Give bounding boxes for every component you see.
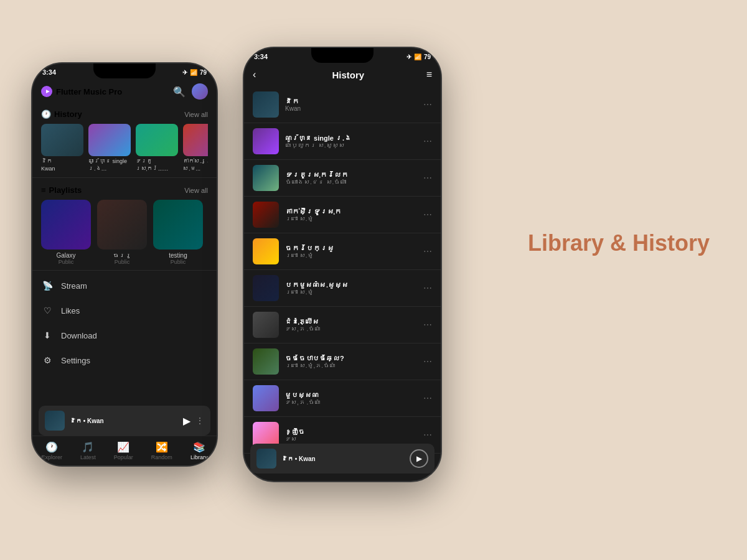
playlists-view-all[interactable]: View all	[184, 187, 208, 194]
airplane-icon: ✈	[182, 69, 187, 76]
song-artist-9: ទេស,ភ .ចំណំ	[285, 399, 417, 406]
mini-more-button[interactable]: ⋮	[195, 416, 204, 426]
stream-icon: 📡	[41, 279, 54, 292]
latest-icon: 🎵	[82, 441, 94, 453]
mini-player-right[interactable]: និក • Kwan ▶	[250, 444, 435, 474]
more-icon-1[interactable]: ⋯	[423, 100, 432, 110]
more-icon-8[interactable]: ⋯	[423, 357, 432, 366]
song-info-9: មួបស្សណ ទេស,ភ .ចំណំ	[285, 391, 417, 406]
table-row[interactable]: ចែករំបែកស្រូ ព្រោះ ស.ម៉ូ ⋯	[244, 233, 441, 270]
song-thumb-2	[253, 128, 279, 154]
nav-library[interactable]: 📚 Library	[190, 441, 208, 460]
song-artist-7: ទេស,ភ .ចំណំ	[285, 325, 417, 332]
mini-player-info-r: និក • Kwan	[281, 455, 405, 462]
download-menu-item[interactable]: ⬇ Download	[32, 323, 217, 348]
mini-player-title: និក • Kwan	[70, 418, 178, 424]
more-icon-2[interactable]: ⋯	[423, 136, 432, 146]
nav-explorer[interactable]: 🕐 Explorer	[42, 441, 63, 460]
more-icon-4[interactable]: ⋯	[423, 210, 432, 220]
wifi-icon: 📶	[190, 69, 197, 76]
history-title-4: តាក់ស... ព្រោះ ស.ម...	[183, 158, 208, 172]
history-title-3: ទេរតូស្រុករំ...ចំណាង...	[136, 158, 178, 172]
song-title-6: បែកមួសណំស.សូស្ស	[285, 281, 417, 289]
avatar[interactable]	[192, 83, 208, 100]
history-title-1: និកKwan	[41, 158, 83, 172]
nav-popular[interactable]: 📈 Popular	[114, 441, 133, 460]
list-item[interactable]: Galaxy Public	[41, 200, 91, 265]
mini-play-button[interactable]: ▶	[183, 415, 190, 427]
song-artist-10: ទេស	[285, 436, 417, 442]
list-item[interactable]: និកKwan	[41, 124, 83, 172]
playlist-name-1: Galaxy	[41, 252, 91, 259]
more-icon-9[interactable]: ⋯	[423, 393, 432, 403]
stream-menu-item[interactable]: 📡 Stream	[32, 273, 217, 298]
app-name: Flutter Music Pro	[56, 87, 122, 96]
playlist-name-2: ចររូ	[97, 252, 147, 259]
back-button[interactable]: ‹	[253, 69, 270, 80]
more-icon-6[interactable]: ⋯	[423, 283, 432, 293]
mini-player-thumb	[45, 411, 65, 431]
history-clock-icon: 🕐	[41, 110, 51, 119]
menu-button[interactable]: ≡	[426, 69, 432, 80]
song-artist-5: ព្រោះ ស.ម៉ូ	[285, 252, 417, 259]
history-view-all[interactable]: View all	[184, 111, 208, 118]
more-icon-7[interactable]: ⋯	[423, 320, 432, 330]
nav-latest[interactable]: 🎵 Latest	[80, 441, 96, 460]
list-item[interactable]: testing Public	[153, 200, 203, 265]
history-screen-title: History	[332, 70, 364, 80]
time-right: 3:34	[254, 53, 268, 60]
song-thumb-7	[253, 312, 279, 338]
page-title: Library & History	[528, 230, 710, 256]
list-item[interactable]: តាក់ស... ព្រោះ ស.ម...	[183, 124, 208, 172]
list-item[interactable]: ទេរតូស្រុករំ...ចំណាង...	[136, 124, 178, 172]
download-label: Download	[61, 331, 97, 340]
right-phone: 3:34 ✈ 📶 79 ‹ History ≡ និក Kwan ⋯ ណូរ័ហ…	[243, 47, 442, 482]
song-thumb-4	[253, 202, 279, 228]
download-icon: ⬇	[41, 329, 54, 342]
settings-menu-item[interactable]: ⚙ Settings	[32, 348, 217, 373]
mini-player-thumb-r	[256, 449, 276, 469]
more-icon-3[interactable]: ⋯	[423, 173, 432, 183]
playlist-thumb-3	[153, 200, 203, 250]
song-title-2: ណូរ័ហ្ន single រ.ង	[285, 134, 417, 142]
search-icon[interactable]: 🔍	[173, 86, 186, 98]
time-left: 3:34	[42, 68, 56, 76]
song-info-8: ចែចចែបាបចំឆ្លែ? ព្រោះ ស.ម៉ូ,ភ.ចំណំ	[285, 355, 417, 369]
song-title-8: ចែចចែបាបចំឆ្លែ?	[285, 355, 417, 362]
history-thumbnails: និកKwan ណូរ័ហ្ន single រ.ងណំប្លូករ ស.ស..…	[41, 124, 208, 172]
more-icon-10[interactable]: ⋯	[423, 430, 432, 440]
song-thumb-5	[253, 238, 279, 264]
airplane-icon-r: ✈	[406, 54, 411, 60]
history-section: 🕐 History View all និកKwan ណូរ័ហ្ន singl…	[32, 105, 217, 175]
likes-icon: ♡	[41, 304, 54, 317]
header-logo: Flutter Music Pro	[41, 86, 122, 97]
table-row[interactable]: តាក់ស៊ីទ្រូស្រុក ព្រោះ ស.ម៉ូ ⋯	[244, 197, 441, 233]
explorer-icon: 🕐	[45, 441, 58, 453]
table-row[interactable]: ទេរតូស្រុករំលែក ចំណាងស.ជន ស.ចំណាំ ⋯	[244, 160, 441, 197]
table-row[interactable]: ជំនុំភ្លើស ទេស,ភ .ចំណំ ⋯	[244, 307, 441, 343]
play-circle-button[interactable]: ▶	[410, 449, 428, 468]
playlists-list: Galaxy Public ចររូ Public testing Public	[41, 200, 208, 265]
explorer-label: Explorer	[42, 454, 63, 460]
mini-player-left[interactable]: និក • Kwan ▶ ⋮	[39, 406, 210, 436]
table-row[interactable]: បែកមួសណំស.សូស្ស ព្រោះ ស.ម៉ូ ⋯	[244, 270, 441, 307]
song-info-2: ណូរ័ហ្ន single រ.ង ណំប្លូករ ស.សូស្ស	[285, 134, 417, 149]
song-artist-8: ព្រោះ ស.ម៉ូ,ភ.ចំណំ	[285, 362, 417, 369]
history-title-2: ណូរ័ហ្ន single រ.ងណំប្លូករ ស.ស...	[88, 158, 131, 172]
nav-random[interactable]: 🔀 Random	[151, 441, 172, 460]
playlists-icon: ≡	[41, 185, 46, 195]
table-row[interactable]: មួបស្សណ ទេស,ភ .ចំណំ ⋯	[244, 380, 441, 417]
likes-menu-item[interactable]: ♡ Likes	[32, 298, 217, 323]
song-thumb-8	[253, 348, 279, 375]
more-icon-5[interactable]: ⋯	[423, 246, 432, 256]
table-row[interactable]: និក Kwan ⋯	[244, 86, 441, 123]
song-info-6: បែកមួសណំស.សូស្ស ព្រោះ ស.ម៉ូ	[285, 281, 417, 296]
logo-play-icon	[41, 86, 52, 97]
table-row[interactable]: ចែចចែបាបចំឆ្លែ? ព្រោះ ស.ម៉ូ,ភ.ចំណំ ⋯	[244, 343, 441, 380]
random-label: Random	[151, 454, 172, 460]
table-row[interactable]: ណូរ័ហ្ន single រ.ង ណំប្លូករ ស.សូស្ស ⋯	[244, 123, 441, 160]
history-section-title: 🕐 History	[41, 110, 82, 119]
list-item[interactable]: ចររូ Public	[97, 200, 147, 265]
list-item[interactable]: ណូរ័ហ្ន single រ.ងណំប្លូករ ស.ស...	[88, 124, 131, 172]
history-screen-header: ‹ History ≡	[244, 63, 441, 86]
